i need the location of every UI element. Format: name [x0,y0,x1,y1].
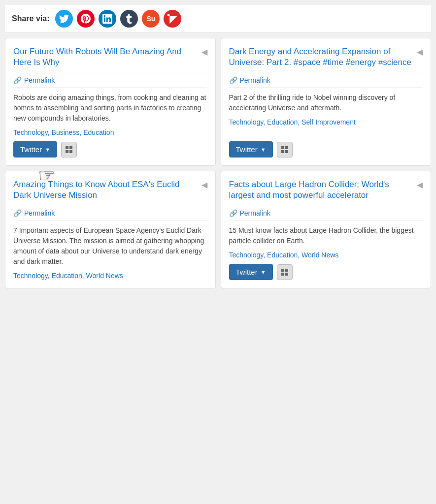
card-2-tags: Technology, Education, Self Improvement [229,118,423,126]
share-linkedin-icon[interactable] [99,10,116,28]
link-icon: 🔗 [13,76,22,84]
card-2-header: Dark Energy and Accelerating Expansion o… [229,46,423,68]
share-stumbleupon-icon[interactable]: Su [142,10,160,28]
card-4-tags: Technology, Education, World News [229,251,423,259]
link-icon-2: 🔗 [229,76,237,84]
card-4-pin-icon[interactable]: ◀ [417,180,423,189]
card-3: Amazing Things to Know About ESA's Eucli… [5,171,216,288]
card-grid: Our Future With Robots Will Be Amazing A… [5,38,431,288]
card-1-twitter-label: Twitter [20,145,42,154]
svg-rect-4 [281,146,284,149]
card-1-footer: Twitter ▼ ☞ [13,141,207,158]
card-1-description: Robots are doing amazing things, from co… [13,93,207,124]
svg-rect-10 [281,273,284,276]
card-3-title[interactable]: Amazing Things to Know About ESA's Eucli… [13,179,201,201]
card-1: Our Future With Robots Will Be Amazing A… [5,38,216,166]
svg-rect-6 [281,150,284,153]
card-4-permalink[interactable]: 🔗 Permalink [229,206,423,220]
card-2-permalink-label: Permalink [240,76,270,84]
card-4-twitter-label: Twitter [236,268,258,276]
card-3-tags: Technology, Education, World News [13,272,207,280]
card-2-twitter-button[interactable]: Twitter ▼ [229,141,273,158]
card-1-twitter-button[interactable]: Twitter ▼ [13,141,57,158]
card-2-description: Part 2 of the thrilling ride to Nobel wi… [229,93,423,113]
card-1-pin-icon[interactable]: ◀ [201,47,207,57]
card-4-grid-button[interactable] [277,264,293,280]
card-2-dropdown-arrow: ▼ [261,147,266,153]
link-icon-4: 🔗 [229,209,237,217]
svg-rect-5 [285,146,288,149]
card-1-title[interactable]: Our Future With Robots Will Be Amazing A… [13,46,201,68]
card-4-header: Facts about Large Hadron Collider; World… [229,179,423,201]
card-2-pin-icon[interactable]: ◀ [417,47,423,57]
svg-rect-11 [285,273,288,276]
svg-rect-7 [285,150,288,153]
card-1-permalink-label: Permalink [24,76,55,84]
link-icon-3: 🔗 [13,209,22,217]
card-1-tags: Technology, Business, Education [13,128,207,136]
card-2-title[interactable]: Dark Energy and Accelerating Expansion o… [229,46,417,68]
svg-rect-2 [66,150,68,153]
card-2-permalink[interactable]: 🔗 Permalink [229,73,423,88]
card-4-footer: Twitter ▼ [229,264,423,280]
share-tumblr-icon[interactable] [120,10,138,28]
svg-rect-8 [281,269,284,272]
card-3-permalink[interactable]: 🔗 Permalink [13,206,207,220]
card-2-grid-button[interactable] [277,142,293,158]
share-pinterest-icon[interactable] [77,10,95,28]
card-3-pin-icon[interactable]: ◀ [201,180,207,189]
card-2-footer: Twitter ▼ [229,141,423,158]
card-4-dropdown-arrow: ▼ [261,269,266,275]
share-bar: Share via: Su [5,5,431,33]
card-4-description: 15 Must know facts about Large Hadron Co… [229,225,423,246]
card-4-permalink-label: Permalink [240,209,270,217]
svg-rect-9 [285,269,288,272]
svg-rect-0 [66,146,68,149]
card-3-permalink-label: Permalink [24,209,55,217]
svg-rect-1 [69,146,72,149]
card-3-header: Amazing Things to Know About ESA's Eucli… [13,179,207,201]
card-1-grid-button[interactable] [61,142,77,158]
card-1-dropdown-arrow: ▼ [45,147,50,153]
card-3-description: 7 Important aspects of European Space Ag… [13,225,207,267]
share-twitter-icon[interactable] [55,10,73,28]
card-1-header: Our Future With Robots Will Be Amazing A… [13,46,207,68]
share-flipboard-icon[interactable] [164,10,181,28]
card-2: Dark Energy and Accelerating Expansion o… [221,38,432,166]
card-4: Facts about Large Hadron Collider; World… [221,171,432,288]
card-2-twitter-label: Twitter [236,145,258,154]
card-4-twitter-button[interactable]: Twitter ▼ [229,264,273,280]
card-1-permalink[interactable]: 🔗 Permalink [13,73,207,88]
svg-rect-3 [69,150,72,153]
share-label: Share via: [12,14,49,23]
card-4-title[interactable]: Facts about Large Hadron Collider; World… [229,179,417,201]
